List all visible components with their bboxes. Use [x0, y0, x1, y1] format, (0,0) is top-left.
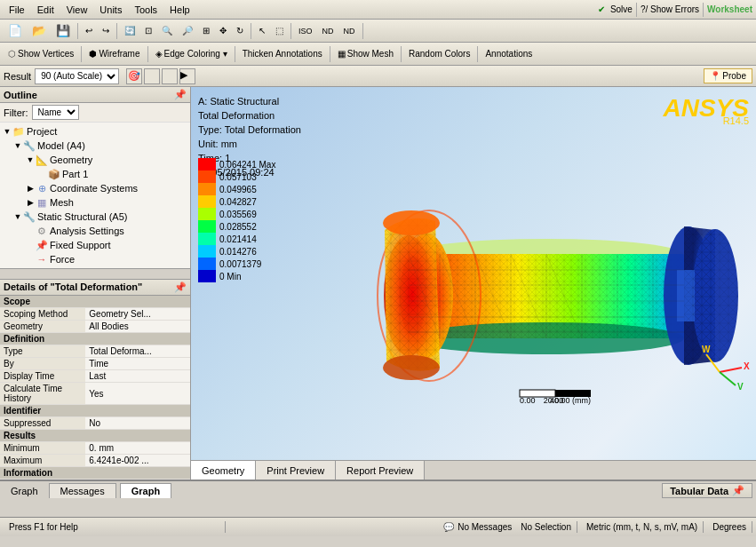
vertices-icon: ⬡ — [8, 49, 16, 59]
geometry-tab-label: Geometry — [202, 465, 244, 476]
report-preview-tab[interactable]: Report Preview — [336, 461, 425, 480]
menu-units[interactable]: Units — [94, 3, 127, 17]
new-btn[interactable]: 📄 — [4, 21, 27, 40]
random-colors-btn[interactable]: Random Colors — [404, 46, 474, 61]
units-info: Metric (mm, t, N, s, mV, mA) — [581, 521, 704, 533]
show-vertices-btn[interactable]: ⬡ Show Vertices — [4, 46, 78, 61]
pan-btn[interactable]: ✥ — [215, 23, 231, 38]
redo-btn[interactable]: ↪ — [98, 23, 114, 38]
open-btn[interactable]: 📂 — [28, 21, 51, 40]
scoping-value: Geometry Sel... — [85, 308, 190, 321]
details-pin-icon[interactable]: 📌 — [174, 281, 187, 293]
save-btn[interactable]: 💾 — [52, 21, 75, 40]
information-section-header: Information — [0, 467, 190, 480]
probe-button[interactable]: 📍 Probe — [704, 68, 752, 83]
color-box-red[interactable] — [144, 68, 160, 84]
coord-icon: ⊕ — [36, 182, 48, 194]
iso-btn[interactable]: ISO — [294, 24, 317, 38]
graph-area-label: Graph — [4, 484, 45, 498]
thicken-label: Thicken Annotations — [243, 49, 322, 59]
zoom-fit-btn[interactable]: ⊡ — [140, 23, 156, 38]
tree-static[interactable]: ▼ 🔧 Static Structural (A5) — [0, 210, 190, 224]
undo-btn[interactable]: ↩ — [81, 23, 97, 38]
tree-force[interactable]: ▶ → Force — [0, 252, 190, 266]
maximum-label: Maximum — [0, 455, 85, 467]
definition-section-header: Definition — [0, 333, 190, 345]
maximum-row: Maximum 6.4241e-002 ... — [0, 455, 190, 467]
scoping-row: Scoping Method Geometry Sel... — [0, 308, 190, 321]
display-box[interactable] — [162, 68, 178, 84]
tree-part1[interactable]: ▶ 📦 Part 1 — [0, 167, 190, 181]
mesh-visualization: 0.00 20.00 40.00 (mm) W X V — [191, 87, 756, 480]
minimum-row: Minimum 0. mm — [0, 442, 190, 455]
graph-tabbar: Graph Messages Graph Tabular Data 📌 — [0, 480, 756, 500]
bottom-panel: Graph Messages Graph Tabular Data 📌 — [0, 480, 756, 517]
zoom-box-btn[interactable]: ⊞ — [198, 23, 214, 38]
show-mesh-label: Show Mesh — [347, 49, 394, 59]
model-icon: 🔧 — [23, 139, 36, 152]
tabular-data-pin[interactable]: 📌 — [732, 485, 744, 496]
horizontal-scrollbar[interactable] — [0, 268, 190, 279]
graph-tab-btn[interactable]: Graph — [120, 483, 171, 498]
tree-model[interactable]: ▼ 🔧 Model (A4) — [0, 139, 190, 153]
tree-fixed[interactable]: ▶ 📌 Fixed Support — [0, 238, 190, 252]
messages-tab[interactable]: Messages — [49, 483, 116, 498]
help-text: Press F1 for Help — [4, 521, 226, 533]
tree-analysis[interactable]: ▶ ⚙ Analysis Settings — [0, 224, 190, 238]
maximum-value: 6.4241e-002 ... — [85, 455, 190, 467]
annotations-btn[interactable]: Annotations — [481, 46, 537, 61]
nd-btn-2[interactable]: ND — [339, 24, 360, 38]
results-section-header: Results — [0, 430, 190, 442]
geometry-tab[interactable]: Geometry — [191, 461, 256, 480]
nd-btn-1[interactable]: ND — [318, 24, 338, 38]
tree-project[interactable]: ▼ 📁 Project — [0, 124, 190, 139]
menu-file[interactable]: File — [4, 3, 30, 17]
print-preview-tab-label: Print Preview — [267, 465, 324, 476]
tree-geometry[interactable]: ▼ 📐 Geometry — [0, 153, 190, 167]
menu-help[interactable]: Help — [164, 3, 195, 17]
force-icon: → — [36, 253, 48, 266]
by-row: By Time — [0, 358, 190, 370]
scoping-label: Scoping Method — [0, 308, 85, 321]
type-label: Type — [0, 345, 85, 358]
by-value: Time — [85, 358, 190, 370]
edge-coloring-btn[interactable]: ◈ Edge Coloring ▾ — [151, 46, 232, 61]
box-select-btn[interactable]: ⬚ — [271, 23, 288, 38]
viewport[interactable]: A: Static Structural Total Deformation T… — [191, 87, 756, 480]
solve-icon: ✔ — [594, 3, 609, 17]
no-messages-label: No Messages — [458, 522, 512, 532]
wireframe-btn[interactable]: ⬢ Wireframe — [84, 46, 144, 61]
select-btn[interactable]: ↖ — [254, 23, 270, 38]
mesh-tree-icon: ▦ — [36, 196, 48, 209]
rotate-btn[interactable]: ↻ — [232, 23, 248, 38]
result-select[interactable]: 90 (Auto Scale) — [35, 68, 119, 84]
arrow-btn[interactable]: ▶ — [179, 68, 195, 84]
menu-view[interactable]: View — [61, 3, 93, 17]
tree-mesh[interactable]: ▶ ▦ Mesh — [0, 195, 190, 210]
menu-tools[interactable]: Tools — [129, 3, 163, 17]
probe-label: Probe — [722, 71, 746, 81]
show-errors-label[interactable]: ?/ Show Errors — [641, 4, 699, 14]
tree-coord[interactable]: ▶ ⊕ Coordinate Systems — [0, 181, 190, 195]
solve-label[interactable]: Solve — [610, 4, 633, 14]
filter-select[interactable]: Name — [32, 105, 79, 120]
svg-text:0.00: 0.00 — [520, 396, 536, 405]
outline-pin-icon[interactable]: 📌 — [174, 89, 187, 100]
show-mesh-btn[interactable]: ▦ Show Mesh — [333, 46, 398, 61]
thicken-btn[interactable]: Thicken Annotations — [238, 46, 327, 61]
viewport-tabs: Geometry Print Preview Report Preview — [191, 460, 756, 480]
zoom-out-btn[interactable]: 🔎 — [178, 23, 197, 38]
show-vertices-label: Show Vertices — [18, 49, 74, 59]
menu-edit[interactable]: Edit — [32, 3, 60, 17]
tree-geometry-label: Geometry — [50, 155, 92, 165]
print-preview-tab[interactable]: Print Preview — [256, 461, 336, 480]
menubar: File Edit View Units Tools Help ✔ Solve … — [0, 0, 756, 20]
svg-text:X: X — [744, 361, 750, 371]
object-icon[interactable]: 🎯 — [126, 68, 142, 84]
refresh-btn[interactable]: 🔄 — [120, 23, 139, 38]
result-bar: Result 90 (Auto Scale) 🎯 ▶ 📍 Probe — [0, 66, 756, 87]
tree-force-label: Force — [50, 254, 75, 265]
toolbar-display: ⬡ Show Vertices ⬢ Wireframe ◈ Edge Color… — [0, 43, 756, 66]
filter-bar: Filter: Name — [0, 103, 190, 123]
zoom-in-btn[interactable]: 🔍 — [157, 23, 177, 38]
